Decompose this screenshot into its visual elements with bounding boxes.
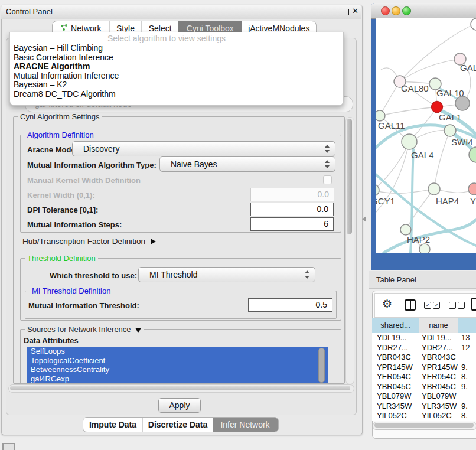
algorithm-option[interactable]: Basic Correlation Inference: [11, 53, 339, 63]
manual-kernel-width-label: Manual Kernel Width Definition: [27, 176, 141, 185]
node-label: HAP2: [407, 234, 430, 244]
combo-arrows-icon: [325, 145, 330, 153]
table-row[interactable]: YDR27...YDR27...12: [372, 343, 476, 353]
network-canvas[interactable]: GAL GAL80 GAL10 GAL1 GAL11 SWI4 GAL4 GCY…: [376, 18, 476, 253]
attribute-item[interactable]: BetweennessCentrality: [27, 365, 328, 374]
data-attributes-label: Data Attributes: [24, 336, 79, 345]
tab-discretize-data[interactable]: Discretize Data: [142, 418, 213, 432]
attribute-item[interactable]: SelfLoops: [27, 347, 328, 356]
algorithm-option-selected[interactable]: ARACNE Algorithm: [11, 62, 339, 71]
control-panel-title: Control Panel: [6, 7, 53, 16]
network-node-gal11[interactable]: [376, 110, 385, 121]
network-node[interactable]: [419, 244, 430, 253]
table-row[interactable]: YIL052CYIL052C8.: [372, 411, 476, 421]
combo-arrows-icon: [305, 270, 309, 279]
gear-icon[interactable]: ⚙: [382, 297, 392, 311]
kernel-width-field[interactable]: 0.0: [250, 188, 334, 201]
node-label: GCY1: [376, 196, 395, 206]
application-window: Control Panel ✕ Network Style Select Cyn…: [0, 0, 476, 450]
node-label: GAL: [460, 63, 476, 73]
combo-arrows-icon: [325, 160, 330, 168]
node-label: Y: [470, 196, 476, 206]
node-label: GAL80: [401, 83, 429, 93]
settings-vertical-scrollbar[interactable]: [345, 117, 354, 384]
deselect-all-checkbox-icon[interactable]: [458, 302, 465, 309]
network-node-swi4[interactable]: [444, 125, 456, 136]
mi-algorithm-type-combo[interactable]: Naive Bayes: [159, 156, 335, 172]
minimize-window-icon[interactable]: [392, 6, 400, 15]
data-attributes-list[interactable]: SelfLoops TopologicalCoefficient Between…: [27, 347, 328, 383]
algorithm-definition-title: Algorithm Definition: [25, 131, 96, 139]
column-header-shared-name[interactable]: shared...: [372, 318, 419, 334]
kernel-width-label: Kernel Width (0,1):: [27, 191, 95, 200]
tab-infer-network[interactable]: Infer Network: [213, 418, 278, 432]
close-window-icon[interactable]: [381, 6, 390, 15]
table-row[interactable]: YPR145WYPR145W9.: [372, 363, 476, 373]
bottom-tabbar: Impute Data Discretize Data Infer Networ…: [83, 417, 279, 432]
apply-button[interactable]: Apply: [158, 398, 201, 413]
algorithm-option[interactable]: Mutual Information Inference: [11, 71, 339, 81]
scrollbar-thumb[interactable]: [347, 119, 352, 234]
mi-threshold-definition-title: MI Threshold Definition: [30, 286, 113, 295]
attribute-item[interactable]: gal4RGexp: [27, 374, 328, 384]
attribute-item[interactable]: TopologicalCoefficient: [27, 356, 328, 366]
table-row[interactable]: YER054CYER054C8.: [372, 372, 476, 382]
which-threshold-combo[interactable]: MI Threshold: [138, 267, 315, 282]
expand-right-icon[interactable]: [151, 239, 156, 244]
scrollbar-thumb[interactable]: [10, 386, 350, 390]
collapse-down-icon[interactable]: [135, 328, 141, 333]
panel-splitter-handle[interactable]: [362, 216, 366, 222]
table-body[interactable]: YDL19...YDL19...13 YDR27...YDR27...12 YB…: [372, 333, 476, 421]
column-header-name[interactable]: name: [419, 318, 458, 334]
control-panel-titlebar[interactable]: [1, 5, 361, 19]
new-table-icon[interactable]: [471, 298, 476, 311]
table-row[interactable]: YDL19...YDL19...13: [372, 333, 476, 343]
aracne-mode-label: Aracne Mode:: [27, 145, 78, 154]
cyni-algorithm-settings-title: Cyni Algorithm Settings: [18, 112, 102, 121]
hub-definition-section[interactable]: Hub/Transcription Factor Definition: [22, 237, 156, 246]
network-node[interactable]: [471, 18, 476, 30]
node-label: GAL4: [411, 150, 433, 160]
dpi-tolerance-label: DPI Tolerance [0,1]:: [27, 206, 98, 214]
aracne-mode-combo[interactable]: Discovery: [72, 141, 335, 156]
settings-horizontal-scrollbar[interactable]: [8, 384, 354, 393]
column-header-partial[interactable]: [458, 318, 476, 334]
algorithm-dropdown-list: Bayesian – Hill Climbing Basic Correlati…: [11, 44, 339, 99]
network-node-salmon[interactable]: [468, 183, 476, 195]
table-row[interactable]: YLR345WYLR345W9.: [372, 402, 476, 412]
mi-algorithm-type-label: Mutual Information Algorithm Type:: [27, 161, 157, 169]
algorithm-dropdown-placeholder: Select algorithm to view settings: [0, 34, 333, 43]
tab-impute-data[interactable]: Impute Data: [83, 418, 142, 432]
select-all-checkbox-icon[interactable]: ✓: [424, 302, 431, 309]
algorithm-option[interactable]: Bayesian – Hill Climbing: [11, 44, 339, 53]
table-header-row: shared... name: [372, 318, 476, 334]
select-all-checkbox-icon[interactable]: ✓: [433, 302, 440, 309]
table-row[interactable]: YBR043CYBR043C: [372, 353, 476, 363]
network-node-gray[interactable]: [455, 96, 470, 110]
manual-kernel-width-checkbox[interactable]: [323, 175, 332, 184]
network-node-gal1[interactable]: [432, 102, 443, 113]
network-node-gal4[interactable]: [402, 134, 417, 149]
mi-steps-field[interactable]: 6: [250, 217, 334, 231]
network-graph: GAL GAL80 GAL10 GAL1 GAL11 SWI4 GAL4 GCY…: [376, 18, 476, 253]
attributes-scrollbar[interactable]: [318, 348, 325, 383]
table-row[interactable]: YBR045CYBR045C9.: [372, 382, 476, 392]
deselect-all-checkbox-icon[interactable]: [449, 302, 456, 309]
table-horizontal-scrollbar[interactable]: [373, 422, 476, 430]
zoom-window-icon[interactable]: [402, 6, 411, 15]
scrollbar-thumb[interactable]: [374, 423, 474, 428]
mi-threshold-field[interactable]: 0.5: [248, 298, 332, 312]
algorithm-option[interactable]: Bayesian – K2: [11, 80, 339, 90]
mi-steps-label: Mutual Information Steps:: [27, 220, 122, 229]
float-panel-icon[interactable]: [343, 9, 349, 15]
close-panel-icon[interactable]: ✕: [352, 6, 358, 15]
network-node-gcy1[interactable]: [376, 184, 379, 196]
algorithm-option[interactable]: Dream8 DC_TDC Algorithm: [11, 90, 339, 99]
table-panel-titlebar[interactable]: Table Panel: [369, 271, 476, 289]
network-node-hap4[interactable]: [428, 183, 440, 195]
panel-grip-icon[interactable]: [2, 443, 15, 450]
table-row[interactable]: YBL079WYBL079W: [372, 392, 476, 402]
split-columns-icon[interactable]: [405, 299, 416, 311]
network-node-hap2[interactable]: [400, 224, 411, 235]
dpi-tolerance-field[interactable]: 0.0: [250, 203, 334, 216]
